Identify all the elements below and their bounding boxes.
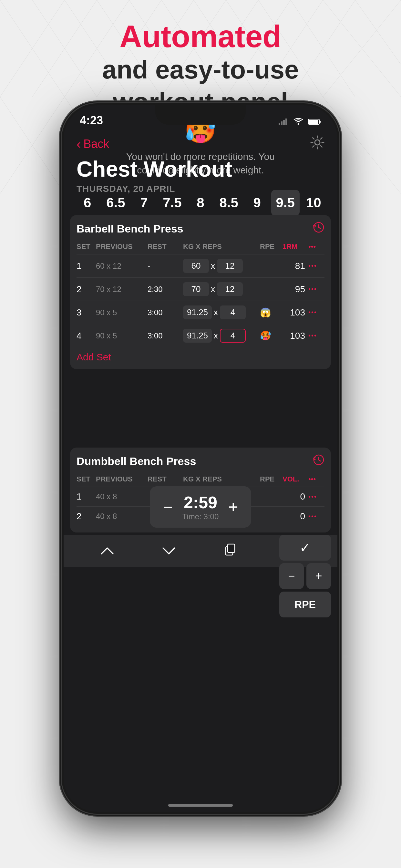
numpad-rpe-button[interactable]: RPE xyxy=(279,592,331,617)
history-icon-2[interactable] xyxy=(313,454,325,469)
col-1rm-header: 1RM xyxy=(282,243,308,251)
col-set-header-2: SET xyxy=(76,475,96,484)
table-row: 3 90 x 5 3:00 91.25 x 4 😱 103 ••• xyxy=(76,301,325,324)
numpad-plus-button[interactable]: + xyxy=(306,563,331,589)
table-header-2: SET PREVIOUS REST KG x REPS RPE VOL. ••• xyxy=(76,474,325,487)
numpad-check-button[interactable]: ✓ xyxy=(279,535,331,561)
status-icons xyxy=(279,117,321,127)
exercise-2-header: Dumbbell Bench Press xyxy=(76,454,325,469)
svg-rect-44 xyxy=(227,544,235,553)
svg-point-36 xyxy=(298,123,299,125)
rpe-value-10[interactable]: 10 xyxy=(300,190,328,216)
workout-title-area: Chest Workout THURSDAY, 20 APRIL xyxy=(76,157,232,194)
col-vol-header: VOL. xyxy=(282,475,308,484)
exercise-1-table: SET PREVIOUS REST KG x REPS RPE 1RM ••• … xyxy=(76,241,325,347)
back-chevron-icon: ‹ xyxy=(76,137,81,151)
timer-minus-button[interactable]: − xyxy=(163,497,173,517)
exercise-1-header: Barbell Bench Press xyxy=(76,221,325,236)
exercise-2-name: Dumbbell Bench Press xyxy=(76,455,196,468)
add-set-button-1[interactable]: Add Set xyxy=(76,352,325,363)
rpe-value-9[interactable]: 9 xyxy=(243,190,271,216)
signal-icon xyxy=(279,117,288,127)
back-button[interactable]: ‹ Back xyxy=(76,137,109,151)
col-prev-header-2: PREVIOUS xyxy=(96,475,148,484)
nav-bar: ‹ Back xyxy=(64,131,337,157)
numpad-minus-button[interactable]: − xyxy=(279,563,304,589)
svg-rect-32 xyxy=(279,123,280,125)
svg-rect-38 xyxy=(319,121,320,123)
workout-date: THURSDAY, 20 APRIL xyxy=(76,184,232,194)
table-header-1: SET PREVIOUS REST KG x REPS RPE 1RM ••• xyxy=(76,241,325,254)
exercise-card-1: Barbell Bench Press SET PREVIOUS REST KG… xyxy=(70,215,331,369)
table-row: 4 90 x 5 3:00 91.25 x 4 🥵 103 ••• xyxy=(76,324,325,347)
col-kg-header: KG x REPS xyxy=(183,243,260,251)
rpe-value-95[interactable]: 9.5 xyxy=(271,190,300,216)
battery-icon xyxy=(308,117,321,127)
table-row: 2 70 x 12 2:30 70 x 12 95 ••• xyxy=(76,278,325,301)
svg-rect-33 xyxy=(281,121,282,125)
toolbar-down-button[interactable] xyxy=(157,538,181,564)
col-rpe-header: RPE xyxy=(260,243,282,251)
home-indicator xyxy=(168,804,233,807)
numpad: ✓ − + RPE xyxy=(279,535,331,617)
timer-display: 2:59 Time: 3:00 xyxy=(182,493,219,521)
col-dots-header: ••• xyxy=(308,243,325,251)
toolbar-up-button[interactable] xyxy=(95,538,120,564)
toolbar-copy-button[interactable] xyxy=(218,537,243,565)
settings-icon[interactable] xyxy=(310,135,325,153)
back-label: Back xyxy=(83,137,109,151)
svg-point-40 xyxy=(315,140,320,145)
col-rpe-header-2: RPE xyxy=(260,475,282,484)
timer-label: Time: 3:00 xyxy=(182,512,219,521)
col-dots-header-2: ••• xyxy=(308,475,325,484)
svg-rect-39 xyxy=(309,120,318,124)
rest-timer: − 2:59 Time: 3:00 + xyxy=(150,486,251,528)
table-row: 1 60 x 12 - 60 x 12 81 ••• xyxy=(76,254,325,278)
workout-title: Chest Workout xyxy=(76,157,232,181)
svg-rect-34 xyxy=(283,120,285,125)
col-rest-header: REST xyxy=(148,243,183,251)
phone-screen: 4:23 ‹ Back xyxy=(64,105,337,812)
phone-frame: 4:23 ‹ Back xyxy=(62,103,339,814)
col-prev-header: PREVIOUS xyxy=(96,243,148,251)
svg-rect-35 xyxy=(285,119,287,125)
exercise-1-name: Barbell Bench Press xyxy=(76,222,183,235)
col-set-header: SET xyxy=(76,243,96,251)
numpad-minus-plus-row: − + xyxy=(279,563,331,589)
history-icon-1[interactable] xyxy=(313,221,325,236)
wifi-icon xyxy=(294,117,303,127)
phone-notch xyxy=(155,105,246,125)
col-rest-header-2: REST xyxy=(148,475,183,484)
timer-plus-button[interactable]: + xyxy=(228,497,238,517)
header-automated: Automated xyxy=(0,20,401,54)
col-kg-header-2: KG x REPS xyxy=(183,475,260,484)
timer-time: 2:59 xyxy=(182,493,219,512)
